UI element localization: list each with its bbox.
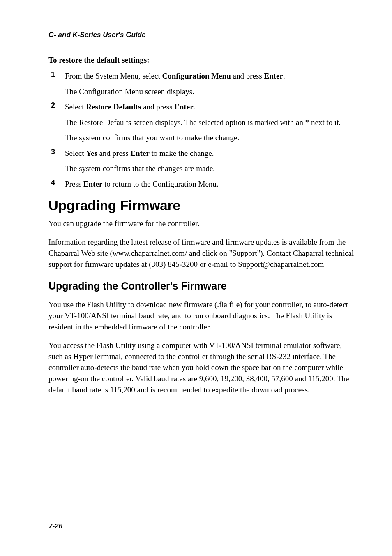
step-item: 2Select Restore Defaults and press Enter… xyxy=(48,101,357,144)
page-number: 7-26 xyxy=(48,522,62,531)
document-header: G- and K-Series User's Guide xyxy=(48,31,357,39)
bold-text: Configuration Menu xyxy=(162,72,231,80)
paragraph-4: You access the Flash Utility using a com… xyxy=(48,340,357,396)
paragraph-3: You use the Flash Utility to download ne… xyxy=(48,299,357,333)
step-number: 3 xyxy=(48,148,65,174)
bold-text: Enter xyxy=(174,102,193,111)
bold-text: Enter xyxy=(264,72,283,80)
step-content: From the System Menu, select Configurati… xyxy=(65,70,357,97)
step-content: Select Yes and press Enter to make the c… xyxy=(65,148,357,174)
step-item: 4Press Enter to return to the Configurat… xyxy=(48,178,357,190)
heading-1: Upgrading Firmware xyxy=(48,198,357,213)
step-number: 4 xyxy=(48,178,65,190)
section-heading: To restore the default settings: xyxy=(48,56,357,65)
paragraph-2: Information regarding the latest release… xyxy=(48,237,357,270)
step-line: The system confirms that the changes are… xyxy=(65,163,357,174)
bold-text: Restore Defaults xyxy=(86,102,141,111)
step-list: 1From the System Menu, select Configurat… xyxy=(48,70,357,190)
step-line: The Configuration Menu screen displays. xyxy=(65,86,357,97)
paragraph-1: You can upgrade the firmware for the con… xyxy=(48,218,357,229)
bold-text: Enter xyxy=(83,180,102,188)
step-line: Press Enter to return to the Configurati… xyxy=(65,178,357,190)
step-line: The system confirms that you want to mak… xyxy=(65,132,357,144)
step-number: 1 xyxy=(48,70,65,97)
heading-2: Upgrading the Controller's Firmware xyxy=(48,280,357,292)
step-line: The Restore Defaults screen displays. Th… xyxy=(65,117,357,128)
step-number: 2 xyxy=(48,101,65,144)
bold-text: Yes xyxy=(86,149,97,158)
step-line: Select Restore Defaults and press Enter. xyxy=(65,101,357,113)
step-content: Press Enter to return to the Configurati… xyxy=(65,178,357,190)
step-content: Select Restore Defaults and press Enter.… xyxy=(65,101,357,144)
bold-text: Enter xyxy=(130,149,149,158)
step-item: 1From the System Menu, select Configurat… xyxy=(48,70,357,97)
step-line: Select Yes and press Enter to make the c… xyxy=(65,148,357,159)
step-item: 3Select Yes and press Enter to make the … xyxy=(48,148,357,174)
step-line: From the System Menu, select Configurati… xyxy=(65,70,357,82)
